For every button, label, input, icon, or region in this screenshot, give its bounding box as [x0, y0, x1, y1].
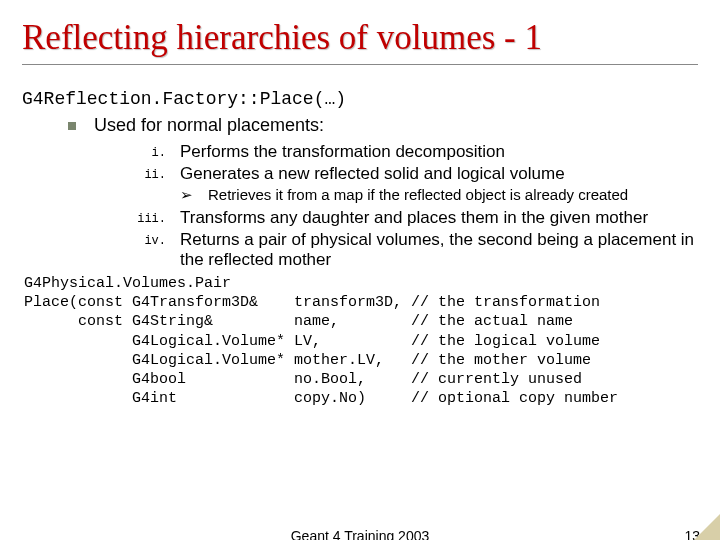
- list-item-text: Generates a new reflected solid and logi…: [180, 164, 698, 184]
- square-bullet-icon: [68, 122, 76, 130]
- roman-list: i. Performs the transformation decomposi…: [132, 142, 698, 270]
- code-block: G4Physical.Volumes.Pair Place(const G4Tr…: [24, 274, 698, 408]
- bullet-level1-text: Used for normal placements:: [94, 115, 324, 136]
- roman-marker: iii.: [132, 208, 180, 228]
- roman-marker: iv.: [132, 230, 180, 270]
- list-item: i. Performs the transformation decomposi…: [132, 142, 698, 162]
- bullet-level1: Used for normal placements:: [22, 115, 698, 136]
- sub-bullet-text: Retrieves it from a map if the reflected…: [208, 186, 628, 204]
- arrow-icon: ➢: [180, 186, 208, 204]
- footer-center: Geant 4 Training 2003: [0, 528, 720, 540]
- slide-title: Reflecting hierarchies of volumes - 1: [22, 18, 698, 58]
- list-item: ii. Generates a new reflected solid and …: [132, 164, 698, 184]
- subheading: G4Reflection.Factory::Place(…): [22, 89, 698, 109]
- page-curl-icon: [694, 514, 720, 540]
- list-item: iv. Returns a pair of physical volumes, …: [132, 230, 698, 270]
- sub-bullet: ➢ Retrieves it from a map if the reflect…: [180, 186, 698, 204]
- roman-marker: i.: [132, 142, 180, 162]
- title-rule: [22, 64, 698, 65]
- list-item-text: Performs the transformation decompositio…: [180, 142, 698, 162]
- list-item-text: Transforms any daughter and places them …: [180, 208, 698, 228]
- roman-marker: ii.: [132, 164, 180, 184]
- list-item-text: Returns a pair of physical volumes, the …: [180, 230, 698, 270]
- list-item: iii. Transforms any daughter and places …: [132, 208, 698, 228]
- slide: Reflecting hierarchies of volumes - 1 G4…: [0, 0, 720, 540]
